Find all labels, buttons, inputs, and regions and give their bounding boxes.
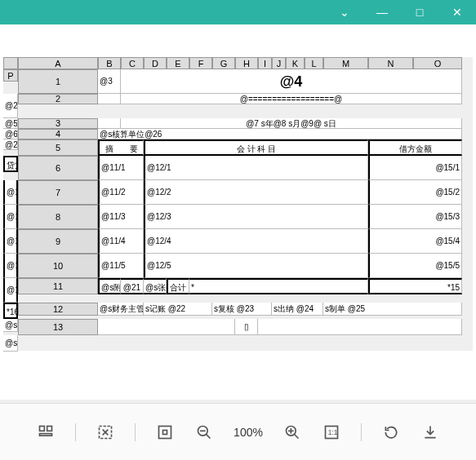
col-header-G[interactable]: G <box>212 57 235 69</box>
window-titlebar: ⌄ — □ ✕ <box>0 0 476 24</box>
fit-icon[interactable] <box>155 422 175 442</box>
shuffle-icon[interactable] <box>96 422 115 442</box>
cell-N8[interactable]: @15/3 <box>368 205 462 229</box>
row-header-13[interactable]: 13 <box>18 319 98 335</box>
header-summary[interactable]: 摘 要 <box>98 139 144 156</box>
minimize-button[interactable]: — <box>363 0 401 24</box>
cell-cursor[interactable]: ▯ <box>235 319 258 335</box>
cell-E11[interactable]: * <box>189 278 368 294</box>
cell-G12[interactable]: s复核 @23 <box>212 303 272 316</box>
thumbnails-icon[interactable] <box>36 422 56 442</box>
close-button[interactable]: ✕ <box>438 0 476 24</box>
cell-P3[interactable]: @6 <box>3 129 18 139</box>
cell-A1[interactable]: @3 <box>98 69 121 94</box>
cell-A12[interactable]: @s财务主管 <box>98 303 144 316</box>
cell-D9[interactable]: @12/4 <box>144 229 368 254</box>
document-viewport: ABCDEFGHIJKLMNOP1@3@4@272@==============… <box>0 24 476 400</box>
row-header-12[interactable]: 12 <box>18 303 98 316</box>
download-icon[interactable] <box>420 422 440 442</box>
row-header-3[interactable]: 3 <box>18 118 98 129</box>
cell-P13[interactable]: @s[新骏爵软件] <box>3 335 18 352</box>
cell-K12[interactable]: s出纳 @24 <box>272 303 323 316</box>
col-header-B[interactable]: B <box>98 57 121 69</box>
title-cell[interactable]: @4 <box>121 69 462 94</box>
dropdown-button[interactable]: ⌄ <box>326 0 363 24</box>
cell-mid3[interactable]: @7 s年@8 s月@9@ s日 <box>121 118 462 129</box>
cell-A2[interactable] <box>98 94 121 104</box>
cell-A11[interactable]: @s附单据数 <box>98 278 121 294</box>
row-header-8[interactable]: 8 <box>18 205 98 229</box>
cell-P11[interactable]: *16 <box>3 303 18 319</box>
cell-A4[interactable]: @s核算单位@26 <box>98 129 462 139</box>
cell-P2[interactable]: @5 <box>3 118 18 129</box>
cell-D12[interactable]: s记账 @22 <box>144 303 212 316</box>
col-header-N[interactable]: N <box>368 57 413 69</box>
cell-P1[interactable]: @27 <box>3 94 18 118</box>
maximize-button[interactable]: □ <box>401 0 438 24</box>
cell-D6[interactable]: @12/1 <box>144 156 368 180</box>
row-header-1[interactable]: 1 <box>18 69 98 94</box>
cell-P6[interactable]: @16/1 <box>3 180 18 205</box>
col-header-D[interactable]: D <box>144 57 167 69</box>
col-header-I[interactable]: I <box>258 57 272 69</box>
col-header-L[interactable]: L <box>305 57 323 69</box>
cell-N10[interactable]: @15/5 <box>368 254 462 278</box>
col-header-F[interactable]: F <box>189 57 212 69</box>
row-header-9[interactable]: 9 <box>18 229 98 254</box>
col-header-O[interactable]: O <box>413 57 462 69</box>
cell-A3[interactable] <box>98 118 121 129</box>
col-header-K[interactable]: K <box>286 57 305 69</box>
select-all[interactable] <box>3 57 18 69</box>
col-header-M[interactable]: M <box>323 57 368 69</box>
cell-mid13[interactable] <box>258 319 462 335</box>
col-header-A[interactable]: A <box>18 57 98 69</box>
col-header-E[interactable]: E <box>167 57 189 69</box>
header-subject[interactable]: 会 计 科 目 <box>144 139 368 156</box>
zoom-out-icon[interactable] <box>194 422 214 442</box>
cell-N7[interactable]: @15/2 <box>368 180 462 205</box>
svg-rect-1 <box>47 426 52 431</box>
rotate-icon[interactable] <box>381 422 401 442</box>
row-header-2[interactable]: 2 <box>18 94 98 104</box>
svg-rect-4 <box>159 426 171 438</box>
cell-P10[interactable]: @16/5 <box>3 278 18 303</box>
col-header-C[interactable]: C <box>121 57 144 69</box>
header-debit[interactable]: 借方金额 <box>368 139 462 156</box>
cell-C11[interactable]: @s张 <box>144 278 167 294</box>
cell-P12[interactable]: @s经办人： <box>3 319 18 332</box>
cell-D10[interactable]: @12/5 <box>144 254 368 278</box>
actual-size-icon[interactable]: 1:1 <box>322 422 341 442</box>
cell-D8[interactable]: @12/3 <box>144 205 368 229</box>
cell-D7[interactable]: @12/2 <box>144 180 368 205</box>
cell-A7[interactable]: @11/2 <box>98 180 144 205</box>
cell-A9[interactable]: @11/4 <box>98 229 144 254</box>
row-header-7[interactable]: 7 <box>18 180 98 205</box>
header-credit[interactable]: 贷方金额 <box>3 156 18 172</box>
cell-B11[interactable]: @21 <box>121 278 144 294</box>
col-header-P[interactable]: P <box>3 69 18 82</box>
cell-N9[interactable]: @15/4 <box>368 229 462 254</box>
cell-N6[interactable]: @15/1 <box>368 156 462 180</box>
row-header-10[interactable]: 10 <box>18 254 98 278</box>
svg-line-7 <box>207 434 211 438</box>
zoom-in-icon[interactable] <box>282 422 302 442</box>
cell-A6[interactable]: @11/1 <box>98 156 144 180</box>
spreadsheet[interactable]: ABCDEFGHIJKLMNOP1@3@4@272@==============… <box>3 57 473 351</box>
row-header-4[interactable]: 4 <box>18 129 98 139</box>
cell-P9[interactable]: @16/4 <box>3 254 18 278</box>
cell-P4[interactable]: @28 <box>3 139 18 150</box>
cell-A10[interactable]: @11/5 <box>98 254 144 278</box>
cell-D11[interactable]: 合计 <box>167 278 189 294</box>
row-header-5[interactable]: 5 <box>18 139 98 156</box>
cell-A13[interactable] <box>98 319 235 335</box>
cell-N11[interactable]: *15 <box>368 278 462 294</box>
col-header-J[interactable]: J <box>272 57 286 69</box>
row-header-6[interactable]: 6 <box>18 156 98 180</box>
cell-mid2[interactable]: @==================@ <box>121 94 462 104</box>
cell-A8[interactable]: @11/3 <box>98 205 144 229</box>
row-header-11[interactable]: 11 <box>18 278 98 294</box>
col-header-H[interactable]: H <box>235 57 258 69</box>
cell-M12[interactable]: s制单 @25 <box>323 303 462 316</box>
cell-P7[interactable]: @16/2 <box>3 205 18 229</box>
cell-P8[interactable]: @16/3 <box>3 229 18 254</box>
